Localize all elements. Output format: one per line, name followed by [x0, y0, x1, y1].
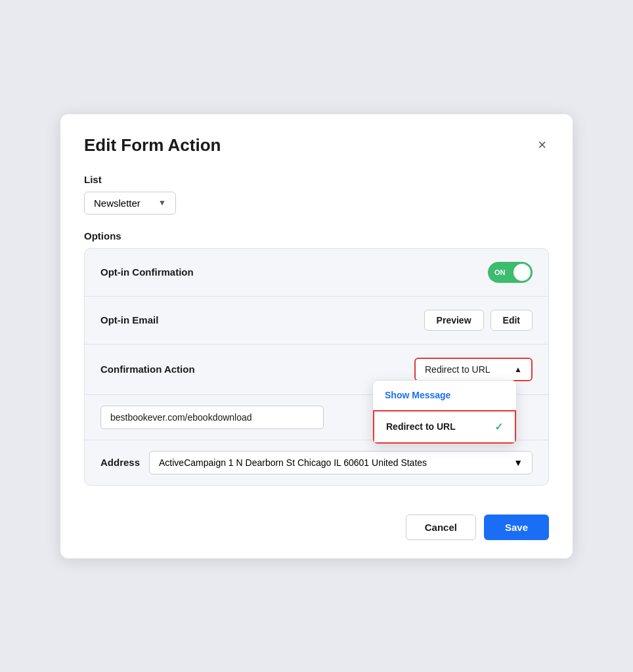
confirmation-action-value: Redirect to URL	[425, 364, 491, 375]
edit-form-action-modal: Edit Form Action × List Newsletter ▼ Opt…	[60, 114, 573, 558]
list-dropdown[interactable]: Newsletter ▼	[84, 192, 176, 215]
opt-in-email-label: Opt-in Email	[100, 314, 158, 326]
address-dropdown[interactable]: ActiveCampaign 1 N Dearborn St Chicago I…	[149, 451, 533, 474]
options-section: Options Opt-in Confirmation ON Opt-in Em…	[84, 230, 549, 486]
preview-button[interactable]: Preview	[424, 310, 484, 331]
check-icon: ✓	[494, 421, 503, 433]
opt-in-confirmation-toggle[interactable]: ON	[488, 262, 533, 283]
options-box: Opt-in Confirmation ON Opt-in Email Prev…	[84, 248, 549, 486]
save-button[interactable]: Save	[484, 514, 549, 540]
address-row: Address ActiveCampaign 1 N Dearborn St C…	[85, 440, 548, 485]
opt-in-confirmation-label: Opt-in Confirmation	[100, 266, 194, 278]
cancel-button[interactable]: Cancel	[406, 514, 476, 540]
close-button[interactable]: ×	[535, 135, 549, 155]
address-chevron: ▼	[513, 457, 523, 468]
action-select-wrapper: Redirect to URL ▲ Show Message Redirect …	[414, 358, 533, 381]
list-label: List	[84, 174, 549, 185]
confirmation-action-chevron: ▲	[514, 365, 522, 374]
opt-in-confirmation-row: Opt-in Confirmation ON	[85, 249, 548, 297]
toggle-circle	[513, 264, 531, 281]
redirect-url-option[interactable]: Redirect to URL ✓	[373, 410, 516, 444]
show-message-option[interactable]: Show Message	[373, 381, 516, 410]
modal-header: Edit Form Action ×	[84, 135, 549, 156]
address-label: Address	[100, 457, 140, 468]
opt-in-email-actions: Preview Edit	[424, 310, 533, 331]
edit-button[interactable]: Edit	[491, 310, 533, 331]
options-label: Options	[84, 230, 549, 242]
toggle-text: ON	[494, 268, 506, 276]
confirmation-action-row: Confirmation Action Redirect to URL ▲ Sh…	[85, 345, 548, 395]
show-message-label: Show Message	[385, 390, 450, 400]
modal-footer: Cancel Save	[84, 504, 549, 540]
confirmation-action-label: Confirmation Action	[100, 364, 195, 375]
confirmation-action-dropdown[interactable]: Redirect to URL ▲	[414, 358, 533, 381]
confirmation-action-menu: Show Message Redirect to URL ✓	[372, 380, 517, 444]
url-input[interactable]	[100, 406, 324, 429]
list-section: List Newsletter ▼	[84, 174, 549, 215]
list-dropdown-value: Newsletter	[94, 198, 141, 209]
modal-title: Edit Form Action	[84, 135, 221, 156]
list-dropdown-chevron: ▼	[158, 198, 166, 207]
address-value: ActiveCampaign 1 N Dearborn St Chicago I…	[159, 457, 427, 468]
redirect-url-label: Redirect to URL	[386, 421, 456, 432]
opt-in-email-row: Opt-in Email Preview Edit	[85, 297, 548, 345]
